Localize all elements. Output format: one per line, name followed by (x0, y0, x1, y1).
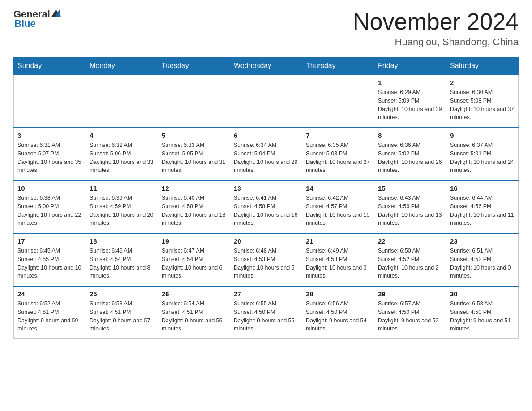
day-number: 24 (17, 290, 82, 298)
location-subtitle: Huanglou, Shandong, China (353, 36, 519, 48)
day-info: Sunrise: 6:47 AMSunset: 4:54 PMDaylight:… (162, 247, 226, 280)
day-info: Sunrise: 6:56 AMSunset: 4:50 PMDaylight:… (306, 300, 370, 333)
calendar-cell (14, 75, 86, 128)
day-info: Sunrise: 6:43 AMSunset: 4:56 PMDaylight:… (378, 194, 442, 227)
day-number: 23 (450, 237, 515, 245)
calendar-cell (158, 75, 230, 128)
day-number: 8 (378, 132, 442, 139)
day-info: Sunrise: 6:57 AMSunset: 4:50 PMDaylight:… (378, 300, 442, 333)
logo: General Blue (13, 9, 61, 30)
day-info: Sunrise: 6:54 AMSunset: 4:51 PMDaylight:… (162, 300, 226, 333)
calendar-cell: 20Sunrise: 6:48 AMSunset: 4:53 PMDayligh… (230, 233, 302, 286)
day-info: Sunrise: 6:52 AMSunset: 4:51 PMDaylight:… (17, 300, 82, 333)
calendar-cell: 16Sunrise: 6:44 AMSunset: 4:56 PMDayligh… (446, 180, 519, 233)
day-number: 17 (17, 237, 82, 245)
day-info: Sunrise: 6:41 AMSunset: 4:58 PMDaylight:… (234, 194, 298, 227)
calendar-cell: 2Sunrise: 6:30 AMSunset: 5:08 PMDaylight… (446, 75, 519, 128)
col-header-tuesday: Tuesday (158, 57, 230, 75)
day-info: Sunrise: 6:50 AMSunset: 4:52 PMDaylight:… (378, 247, 442, 280)
day-number: 1 (378, 79, 442, 86)
logo-blue: Blue (13, 18, 36, 30)
day-number: 18 (90, 237, 154, 245)
day-number: 5 (162, 132, 226, 139)
day-number: 4 (90, 132, 154, 139)
day-info: Sunrise: 6:48 AMSunset: 4:53 PMDaylight:… (234, 247, 298, 280)
calendar-cell: 4Sunrise: 6:32 AMSunset: 5:06 PMDaylight… (86, 128, 158, 180)
calendar-cell: 17Sunrise: 6:45 AMSunset: 4:55 PMDayligh… (14, 233, 86, 286)
calendar-cell: 12Sunrise: 6:40 AMSunset: 4:58 PMDayligh… (158, 180, 230, 233)
calendar-header-row: SundayMondayTuesdayWednesdayThursdayFrid… (14, 57, 519, 75)
day-number: 19 (162, 237, 226, 245)
day-number: 28 (306, 290, 370, 298)
day-info: Sunrise: 6:58 AMSunset: 4:50 PMDaylight:… (450, 300, 515, 333)
calendar-cell: 14Sunrise: 6:42 AMSunset: 4:57 PMDayligh… (302, 180, 374, 233)
day-number: 3 (17, 132, 82, 139)
day-info: Sunrise: 6:30 AMSunset: 5:08 PMDaylight:… (450, 88, 515, 122)
day-info: Sunrise: 6:46 AMSunset: 4:54 PMDaylight:… (90, 247, 154, 280)
day-number: 11 (90, 184, 154, 192)
logo-triangle-icon (51, 9, 61, 17)
day-number: 30 (450, 290, 515, 298)
calendar-cell: 30Sunrise: 6:58 AMSunset: 4:50 PMDayligh… (446, 286, 519, 339)
calendar-cell: 24Sunrise: 6:52 AMSunset: 4:51 PMDayligh… (14, 286, 86, 339)
day-number: 9 (450, 132, 515, 139)
week-row-2: 3Sunrise: 6:31 AMSunset: 5:07 PMDaylight… (14, 128, 519, 180)
col-header-thursday: Thursday (302, 57, 374, 75)
col-header-saturday: Saturday (446, 57, 519, 75)
calendar-cell (86, 75, 158, 128)
calendar-table: SundayMondayTuesdayWednesdayThursdayFrid… (13, 57, 519, 339)
calendar-cell: 22Sunrise: 6:50 AMSunset: 4:52 PMDayligh… (374, 233, 446, 286)
day-number: 27 (234, 290, 298, 298)
calendar-cell: 23Sunrise: 6:51 AMSunset: 4:52 PMDayligh… (446, 233, 519, 286)
calendar-cell: 3Sunrise: 6:31 AMSunset: 5:07 PMDaylight… (14, 128, 86, 180)
day-info: Sunrise: 6:38 AMSunset: 5:00 PMDaylight:… (17, 194, 82, 227)
day-number: 29 (378, 290, 442, 298)
day-number: 25 (90, 290, 154, 298)
day-number: 2 (450, 79, 515, 86)
day-info: Sunrise: 6:40 AMSunset: 4:58 PMDaylight:… (162, 194, 226, 227)
calendar-cell: 7Sunrise: 6:35 AMSunset: 5:03 PMDaylight… (302, 128, 374, 180)
calendar-cell: 18Sunrise: 6:46 AMSunset: 4:54 PMDayligh… (86, 233, 158, 286)
calendar-cell: 10Sunrise: 6:38 AMSunset: 5:00 PMDayligh… (14, 180, 86, 233)
calendar-cell (230, 75, 302, 128)
day-info: Sunrise: 6:36 AMSunset: 5:02 PMDaylight:… (378, 141, 442, 175)
calendar-cell: 15Sunrise: 6:43 AMSunset: 4:56 PMDayligh… (374, 180, 446, 233)
day-info: Sunrise: 6:44 AMSunset: 4:56 PMDaylight:… (450, 194, 515, 227)
day-number: 26 (162, 290, 226, 298)
day-info: Sunrise: 6:55 AMSunset: 4:50 PMDaylight:… (234, 300, 298, 333)
day-info: Sunrise: 6:37 AMSunset: 5:01 PMDaylight:… (450, 141, 515, 175)
calendar-cell: 8Sunrise: 6:36 AMSunset: 5:02 PMDaylight… (374, 128, 446, 180)
col-header-monday: Monday (86, 57, 158, 75)
col-header-friday: Friday (374, 57, 446, 75)
day-number: 6 (234, 132, 298, 139)
calendar-cell: 6Sunrise: 6:34 AMSunset: 5:04 PMDaylight… (230, 128, 302, 180)
calendar-cell: 19Sunrise: 6:47 AMSunset: 4:54 PMDayligh… (158, 233, 230, 286)
day-number: 15 (378, 184, 442, 192)
calendar-cell: 26Sunrise: 6:54 AMSunset: 4:51 PMDayligh… (158, 286, 230, 339)
day-info: Sunrise: 6:32 AMSunset: 5:06 PMDaylight:… (90, 141, 154, 175)
calendar-cell: 28Sunrise: 6:56 AMSunset: 4:50 PMDayligh… (302, 286, 374, 339)
day-info: Sunrise: 6:34 AMSunset: 5:04 PMDaylight:… (234, 141, 298, 175)
calendar-cell: 29Sunrise: 6:57 AMSunset: 4:50 PMDayligh… (374, 286, 446, 339)
day-info: Sunrise: 6:51 AMSunset: 4:52 PMDaylight:… (450, 247, 515, 280)
day-info: Sunrise: 6:29 AMSunset: 5:09 PMDaylight:… (378, 88, 442, 122)
day-info: Sunrise: 6:42 AMSunset: 4:57 PMDaylight:… (306, 194, 370, 227)
day-number: 20 (234, 237, 298, 245)
day-info: Sunrise: 6:49 AMSunset: 4:53 PMDaylight:… (306, 247, 370, 280)
col-header-wednesday: Wednesday (230, 57, 302, 75)
day-number: 22 (378, 237, 442, 245)
week-row-1: 1Sunrise: 6:29 AMSunset: 5:09 PMDaylight… (14, 75, 519, 128)
day-info: Sunrise: 6:31 AMSunset: 5:07 PMDaylight:… (17, 141, 82, 175)
day-number: 16 (450, 184, 515, 192)
day-info: Sunrise: 6:33 AMSunset: 5:05 PMDaylight:… (162, 141, 226, 175)
title-area: November 2024 Huanglou, Shandong, China (353, 9, 519, 48)
calendar-cell: 21Sunrise: 6:49 AMSunset: 4:53 PMDayligh… (302, 233, 374, 286)
calendar-cell: 25Sunrise: 6:53 AMSunset: 4:51 PMDayligh… (86, 286, 158, 339)
calendar-cell: 9Sunrise: 6:37 AMSunset: 5:01 PMDaylight… (446, 128, 519, 180)
day-number: 14 (306, 184, 370, 192)
calendar-cell: 1Sunrise: 6:29 AMSunset: 5:09 PMDaylight… (374, 75, 446, 128)
day-number: 21 (306, 237, 370, 245)
day-info: Sunrise: 6:45 AMSunset: 4:55 PMDaylight:… (17, 247, 82, 280)
calendar-cell: 27Sunrise: 6:55 AMSunset: 4:50 PMDayligh… (230, 286, 302, 339)
day-number: 12 (162, 184, 226, 192)
